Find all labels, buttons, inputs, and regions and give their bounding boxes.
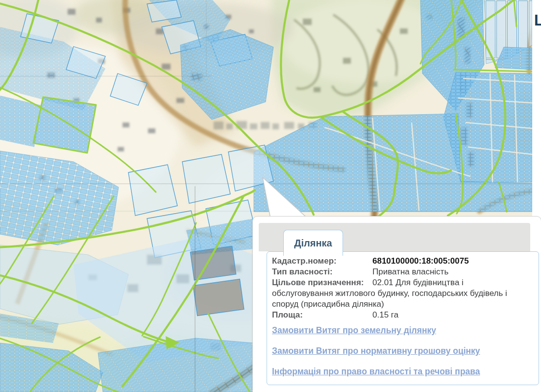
popup-pointer [259, 174, 313, 220]
popup-content: Кадастр.номер:6810100000:18:005:0075 Тип… [267, 251, 539, 385]
ownership-type-value: Приватна власність [372, 267, 448, 276]
ownership-rights-info-link[interactable]: Інформація про право власності та речові… [272, 366, 534, 377]
parcel-info-popup: Ділянка Кадастр.номер:6810100000:18:005:… [252, 216, 541, 392]
field-row: Цільове призначення:02.01 Для будівництв… [272, 277, 534, 310]
order-extract-valuation-link[interactable]: Замовити Витяг про нормативну грошову оц… [272, 345, 534, 356]
field-label: Кадастр.номер: [272, 256, 372, 267]
clipped-panel-label: L [534, 12, 541, 29]
field-label: Площа: [272, 310, 372, 320]
field-row: Площа:0.15 га [272, 310, 534, 320]
field-label: Цільове призначення: [272, 277, 372, 288]
tab-label: Ділянка [294, 238, 332, 249]
tab-dilyanka[interactable]: Ділянка [283, 230, 343, 256]
field-label: Тип власності: [272, 267, 372, 277]
popup-links: Замовити Витяг про земельну ділянку Замо… [272, 325, 534, 377]
field-row: Тип власності:Приватна власність [272, 267, 534, 277]
cadastral-number-value: 6810100000:18:005:0075 [372, 256, 469, 266]
area-value: 0.15 га [372, 310, 398, 319]
order-extract-parcel-link[interactable]: Замовити Витяг про земельну ділянку [272, 325, 534, 336]
field-row: Кадастр.номер:6810100000:18:005:0075 [272, 256, 534, 267]
